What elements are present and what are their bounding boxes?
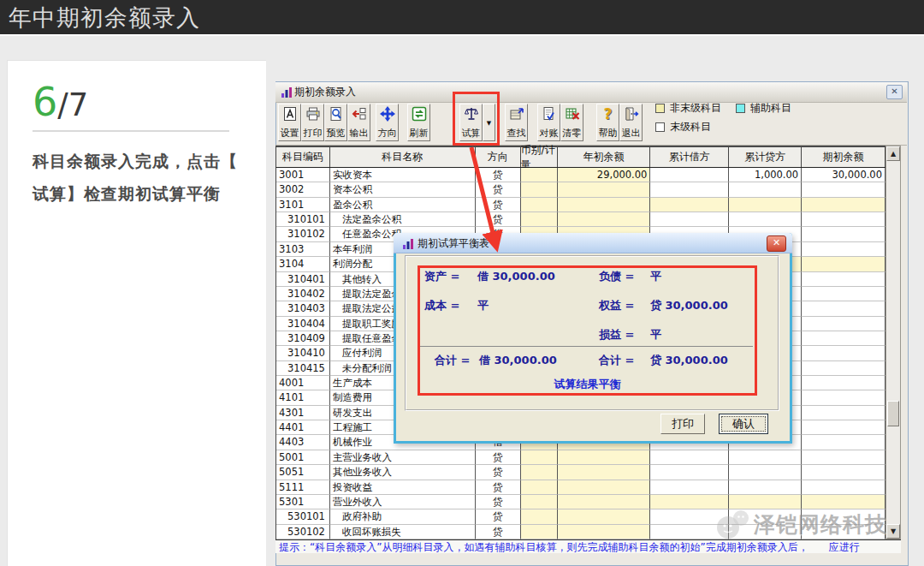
toolbar-button-对账[interactable]: 对账 xyxy=(537,104,560,141)
cell-direction[interactable]: 贷 xyxy=(476,182,521,197)
cell-code[interactable]: 310415 xyxy=(276,361,330,376)
cell-direction[interactable]: 贷 xyxy=(476,525,521,539)
cell-code[interactable]: 310401 xyxy=(276,272,330,287)
cell-code[interactable]: 3002 xyxy=(276,182,330,197)
cell-cumulative-credit[interactable] xyxy=(729,465,802,480)
cell-code[interactable]: 530101 xyxy=(276,509,330,524)
column-header-方向[interactable]: 方向 xyxy=(476,147,521,167)
column-header-累计贷方[interactable]: 累计贷方 xyxy=(729,147,802,167)
cell-direction[interactable]: 贷 xyxy=(476,212,521,227)
cell-begin-balance[interactable] xyxy=(802,227,886,241)
cell-begin-balance[interactable] xyxy=(802,287,886,301)
column-header-年初余额[interactable]: 年初余额 xyxy=(558,147,651,167)
toolbar-button-打印[interactable]: 打印 xyxy=(301,104,324,141)
cell-direction[interactable]: 贷 xyxy=(476,450,521,465)
cell-code[interactable]: 530102 xyxy=(276,525,330,539)
cell-year-begin-balance[interactable] xyxy=(558,480,651,495)
vertical-scrollbar[interactable]: ▲ ▼ xyxy=(886,146,901,539)
cell-currency[interactable] xyxy=(521,198,558,212)
cell-code[interactable]: 3103 xyxy=(276,242,330,257)
cell-currency[interactable] xyxy=(521,182,558,197)
cell-cumulative-debit[interactable] xyxy=(650,182,729,197)
cell-begin-balance[interactable] xyxy=(802,450,886,465)
cell-name[interactable]: 盈余公积 xyxy=(330,198,476,212)
cell-year-begin-balance[interactable] xyxy=(558,182,651,197)
toolbar-button-清零[interactable]: 清零 xyxy=(560,104,583,141)
cell-code[interactable]: 5051 xyxy=(276,465,330,480)
column-header-累计借方[interactable]: 累计借方 xyxy=(650,147,729,167)
toolbar-button-试算[interactable]: 试算 xyxy=(459,104,483,141)
cell-direction[interactable]: 贷 xyxy=(476,465,521,480)
cell-code[interactable]: 3001 xyxy=(276,168,330,182)
legend-auxiliary[interactable]: 辅助科目 xyxy=(736,101,791,116)
cell-name[interactable]: 收回坏账损失 xyxy=(330,525,476,539)
confirm-button[interactable]: 确认 xyxy=(719,414,768,434)
cell-cumulative-credit[interactable] xyxy=(729,182,802,197)
cell-cumulative-debit[interactable] xyxy=(650,465,729,480)
cell-code[interactable]: 4301 xyxy=(276,406,330,420)
toolbar-button-刷新[interactable]: 刷新 xyxy=(407,104,430,141)
trial-dropdown-arrow-icon[interactable]: ▼ xyxy=(483,104,495,141)
cell-currency[interactable] xyxy=(521,495,558,509)
cell-name[interactable]: 资本公积 xyxy=(330,182,476,197)
cell-year-begin-balance[interactable] xyxy=(558,465,651,480)
cell-code[interactable]: 310101 xyxy=(276,212,330,227)
cell-code[interactable]: 310402 xyxy=(276,287,330,301)
legend-nonleaf[interactable]: 非末级科目 xyxy=(655,101,721,116)
cell-cumulative-credit[interactable] xyxy=(729,198,802,212)
cell-begin-balance[interactable] xyxy=(802,257,886,271)
dialog-close-icon[interactable]: ✕ xyxy=(767,235,786,252)
toolbar-button-查找[interactable]: 查找 xyxy=(505,104,528,141)
cell-code[interactable]: 310409 xyxy=(276,331,330,346)
cell-cumulative-credit[interactable] xyxy=(729,480,802,495)
cell-direction[interactable]: 贷 xyxy=(476,509,521,524)
cell-cumulative-debit[interactable] xyxy=(650,450,729,465)
cell-direction[interactable]: 贷 xyxy=(476,495,521,509)
column-header-科目名称[interactable]: 科目名称 xyxy=(330,147,476,167)
cell-begin-balance[interactable] xyxy=(802,242,886,257)
scroll-up-icon[interactable]: ▲ xyxy=(886,146,900,161)
cell-code[interactable]: 5111 xyxy=(276,480,330,495)
cell-code[interactable]: 310410 xyxy=(276,346,330,360)
cell-cumulative-credit[interactable] xyxy=(729,212,802,227)
cell-name[interactable]: 投资收益 xyxy=(330,480,476,495)
cell-begin-balance[interactable] xyxy=(802,435,886,450)
cell-currency[interactable] xyxy=(521,509,558,524)
cell-begin-balance[interactable] xyxy=(802,465,886,480)
cell-currency[interactable] xyxy=(521,450,558,465)
cell-direction[interactable]: 贷 xyxy=(476,198,521,212)
cell-cumulative-credit[interactable] xyxy=(729,450,802,465)
cell-year-begin-balance[interactable] xyxy=(558,525,651,539)
cell-name[interactable]: 营业外收入 xyxy=(330,495,476,509)
cell-begin-balance[interactable] xyxy=(802,317,886,331)
cell-cumulative-debit[interactable] xyxy=(650,198,729,212)
cell-begin-balance[interactable] xyxy=(802,212,886,227)
cell-begin-balance[interactable] xyxy=(802,272,886,287)
cell-name[interactable]: 政府补助 xyxy=(330,509,476,524)
cell-code[interactable]: 3104 xyxy=(276,257,330,271)
cell-cumulative-debit[interactable] xyxy=(650,168,729,182)
cell-currency[interactable] xyxy=(521,465,558,480)
cell-name[interactable]: 法定盈余公积 xyxy=(330,212,476,227)
cell-year-begin-balance[interactable]: 29,000.00 xyxy=(558,168,651,182)
legend-leaf[interactable]: 末级科目 xyxy=(655,120,711,134)
cell-name[interactable]: 其他业务收入 xyxy=(330,465,476,480)
cell-begin-balance[interactable] xyxy=(802,346,886,360)
window-close-icon[interactable]: ✕ xyxy=(886,85,903,99)
cell-year-begin-balance[interactable] xyxy=(558,495,651,509)
scroll-down-icon[interactable]: ▼ xyxy=(886,524,900,539)
cell-code[interactable]: 310102 xyxy=(276,227,330,241)
cell-year-begin-balance[interactable] xyxy=(558,212,651,227)
cell-begin-balance[interactable] xyxy=(802,331,886,346)
toolbar-button-方向[interactable]: 方向 xyxy=(376,104,399,141)
cell-code[interactable]: 4001 xyxy=(276,376,330,390)
cell-cumulative-credit[interactable]: 1,000.00 xyxy=(729,168,802,182)
cell-code[interactable]: 5301 xyxy=(276,495,330,509)
toolbar-button-退出[interactable]: 退出 xyxy=(619,104,643,141)
cell-year-begin-balance[interactable] xyxy=(558,198,651,212)
cell-code[interactable]: 310403 xyxy=(276,301,330,316)
scrollbar-thumb[interactable] xyxy=(887,401,899,426)
cell-code[interactable]: 310404 xyxy=(276,317,330,331)
cell-begin-balance[interactable] xyxy=(802,361,886,376)
cell-currency[interactable] xyxy=(521,525,558,539)
